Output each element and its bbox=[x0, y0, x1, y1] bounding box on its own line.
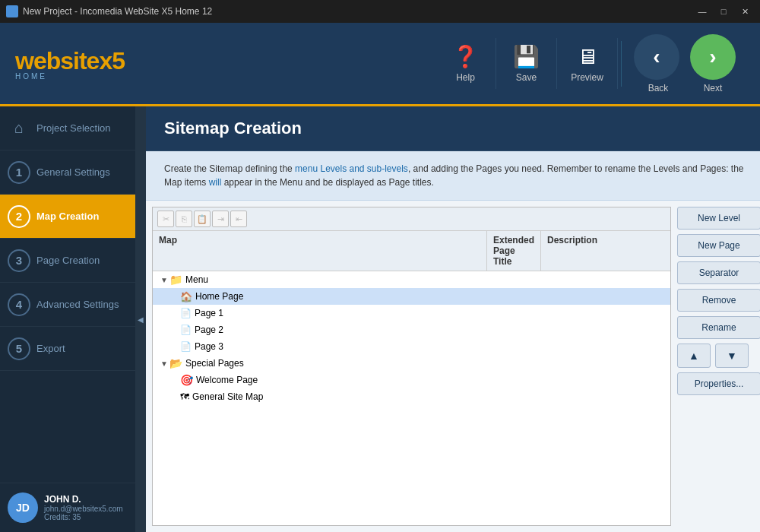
step-num-3: 3 bbox=[8, 249, 30, 272]
main-content: Sitemap Creation Create the Sitemap defi… bbox=[146, 106, 760, 532]
move-buttons: ▲ ▼ bbox=[677, 344, 760, 368]
step-label-project: Project Selection bbox=[36, 122, 111, 135]
save-icon: 💾 bbox=[513, 44, 540, 69]
tree-row-page3[interactable]: 📄 Page 3 bbox=[153, 338, 670, 355]
step-num-1: 1 bbox=[8, 161, 30, 184]
tree-row-special[interactable]: ▼ 📂 Special Pages bbox=[153, 355, 670, 372]
help-icon: ❓ bbox=[452, 44, 479, 69]
content-header: Sitemap Creation bbox=[146, 106, 760, 151]
tree-row-menu[interactable]: ▼ 📁 Menu bbox=[153, 271, 670, 288]
maximize-button[interactable]: □ bbox=[714, 4, 733, 19]
page3-label: Page 3 bbox=[195, 341, 667, 352]
rename-button[interactable]: Rename bbox=[677, 316, 760, 339]
new-level-button[interactable]: New Level bbox=[677, 207, 760, 230]
tree-row-sitemap[interactable]: 🗺 General Site Map bbox=[153, 388, 670, 405]
logo-subtitle: HOME bbox=[15, 72, 125, 81]
back-label: Back bbox=[648, 83, 669, 93]
toggle-special[interactable]: ▼ bbox=[159, 359, 169, 368]
help-label: Help bbox=[456, 72, 475, 83]
col-description: Description bbox=[541, 231, 670, 271]
app: websitex5 HOME ❓ Help 💾 Save 🖥 Preview ‹ bbox=[0, 23, 760, 532]
tool-outdent[interactable]: ⇤ bbox=[230, 211, 247, 227]
new-page-button[interactable]: New Page bbox=[677, 234, 760, 257]
homepage-label: Home Page bbox=[195, 291, 667, 302]
page1-icon: 📄 bbox=[180, 308, 192, 318]
sidebar-item-page-creation[interactable]: 3 Page Creation bbox=[0, 239, 135, 283]
content-body: ✂ ⎘ 📋 ⇥ ⇤ Map Extended Page Title Descri… bbox=[146, 201, 760, 532]
logo-five: 5 bbox=[112, 47, 125, 74]
sidebar-toggle[interactable]: ◀ bbox=[135, 106, 146, 532]
user-info: JOHN D. john.d@websitex5.com Credits: 35 bbox=[44, 494, 123, 521]
step-label-export: Export bbox=[36, 343, 65, 355]
titlebar: New Project - Incomedia WebSite X5 Home … bbox=[0, 0, 760, 23]
minimize-button[interactable]: — bbox=[693, 4, 711, 19]
sidebar-item-export[interactable]: 5 Export bbox=[0, 327, 135, 371]
tree-row-page2[interactable]: 📄 Page 2 bbox=[153, 321, 670, 338]
next-label: Next bbox=[704, 83, 723, 93]
avatar: JD bbox=[8, 492, 38, 523]
welcome-icon: 🎯 bbox=[180, 374, 193, 386]
properties-button[interactable]: Properties... bbox=[677, 372, 760, 395]
logo: websitex5 HOME bbox=[15, 47, 125, 81]
preview-button[interactable]: 🖥 Preview bbox=[557, 38, 618, 89]
col-extended: Extended Page Title bbox=[487, 231, 541, 271]
will-appear-link[interactable]: will bbox=[209, 177, 222, 188]
window-controls: — □ ✕ bbox=[693, 4, 754, 19]
logo-x: x bbox=[99, 47, 112, 74]
toolbar-divider bbox=[621, 41, 622, 87]
tool-indent[interactable]: ⇥ bbox=[212, 211, 229, 227]
body: ⌂ Project Selection 1 General Settings 2… bbox=[0, 106, 760, 532]
step-label-advanced: Advanced Settings bbox=[36, 299, 119, 311]
nav-buttons: ‹ Back › Next bbox=[625, 34, 745, 93]
content-description: Create the Sitemap defining the menu Lev… bbox=[146, 151, 760, 201]
special-label: Special Pages bbox=[185, 358, 667, 369]
move-up-button[interactable]: ▲ bbox=[677, 344, 711, 368]
sitemap-label: General Site Map bbox=[192, 391, 667, 402]
menu-folder-icon: 📁 bbox=[169, 274, 182, 286]
next-button[interactable]: › bbox=[690, 34, 736, 80]
page1-label: Page 1 bbox=[195, 308, 667, 318]
tool-cut[interactable]: ✂ bbox=[157, 211, 174, 227]
sidebar-item-advanced-settings[interactable]: 4 Advanced Settings bbox=[0, 283, 135, 327]
user-credits: Credits: 35 bbox=[44, 513, 123, 521]
toggle-menu[interactable]: ▼ bbox=[159, 276, 169, 284]
step-label-general: General Settings bbox=[36, 166, 110, 179]
tool-copy[interactable]: ⎘ bbox=[176, 211, 192, 227]
remove-button[interactable]: Remove bbox=[677, 289, 760, 312]
preview-icon: 🖥 bbox=[577, 44, 598, 69]
right-panel: New Level New Page Separator Remove Rena… bbox=[677, 207, 760, 526]
step-label-map: Map Creation bbox=[36, 211, 99, 223]
toolbar-actions: ❓ Help 💾 Save 🖥 Preview ‹ Back › Next bbox=[435, 34, 745, 93]
separator-button[interactable]: Separator bbox=[677, 261, 760, 284]
sidebar-item-map-creation[interactable]: 2 Map Creation bbox=[0, 195, 135, 239]
step-num-home: ⌂ bbox=[8, 117, 30, 140]
desc-text: Create the Sitemap defining the menu Lev… bbox=[164, 163, 744, 188]
sidebar-item-project-selection[interactable]: ⌂ Project Selection bbox=[0, 106, 135, 150]
step-label-page: Page Creation bbox=[36, 255, 100, 267]
logo-website: website bbox=[15, 47, 99, 74]
tree-row-welcome[interactable]: 🎯 Welcome Page bbox=[153, 372, 670, 388]
back-button[interactable]: ‹ bbox=[634, 34, 679, 80]
sidebar: ⌂ Project Selection 1 General Settings 2… bbox=[0, 106, 135, 532]
help-button[interactable]: ❓ Help bbox=[435, 38, 496, 89]
close-button[interactable]: ✕ bbox=[736, 4, 754, 19]
step-num-5: 5 bbox=[8, 337, 30, 360]
move-down-button[interactable]: ▼ bbox=[715, 344, 749, 368]
menu-label: Menu bbox=[185, 274, 667, 285]
next-nav-wrap: › Next bbox=[690, 34, 736, 93]
tree-row-homepage[interactable]: 🏠 Home Page bbox=[153, 288, 670, 305]
page-title: Sitemap Creation bbox=[164, 119, 749, 138]
tool-paste[interactable]: 📋 bbox=[194, 211, 211, 227]
tree-container: ✂ ⎘ 📋 ⇥ ⇤ Map Extended Page Title Descri… bbox=[152, 207, 671, 526]
col-map: Map bbox=[153, 231, 487, 271]
tree-row-page1[interactable]: 📄 Page 1 bbox=[153, 305, 670, 321]
sidebar-item-general-settings[interactable]: 1 General Settings bbox=[0, 150, 135, 195]
sidebar-spacer bbox=[0, 371, 135, 483]
tree-body: ▼ 📁 Menu 🏠 Home Page bbox=[153, 271, 670, 525]
tree-toolbar: ✂ ⎘ 📋 ⇥ ⇤ bbox=[153, 207, 670, 231]
page2-label: Page 2 bbox=[195, 325, 667, 335]
special-folder-icon: 📂 bbox=[169, 357, 182, 369]
step-num-2: 2 bbox=[8, 205, 30, 228]
save-button[interactable]: 💾 Save bbox=[496, 38, 557, 89]
menu-link[interactable]: menu Levels and sub-levels bbox=[295, 163, 408, 174]
